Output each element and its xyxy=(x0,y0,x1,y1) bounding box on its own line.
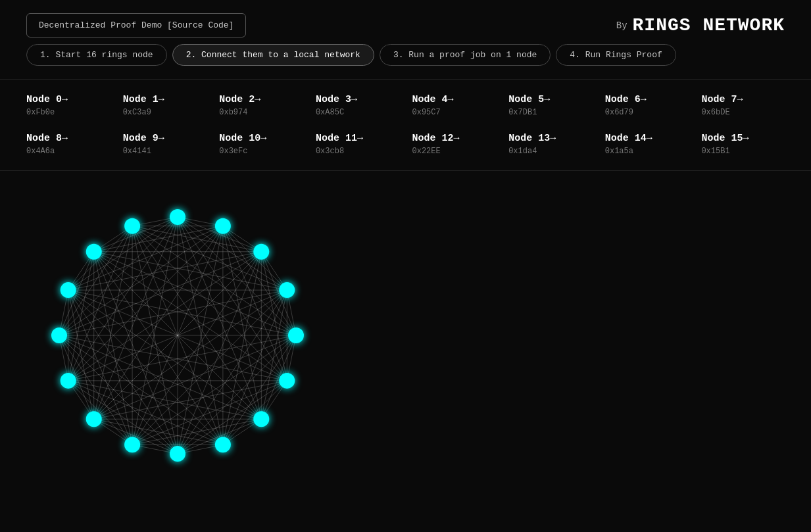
node-addr-11: 0x3cb8 xyxy=(316,147,399,156)
node-label-15[interactable]: Node 15→ xyxy=(701,133,785,144)
node-label-10[interactable]: Node 10→ xyxy=(219,133,303,144)
node-label-6[interactable]: Node 6→ xyxy=(605,94,689,105)
node-cell-1: Node 1→0xC3a9 xyxy=(116,86,213,125)
node-addr-2: 0xb974 xyxy=(219,108,303,117)
network-node-14[interactable] xyxy=(86,244,102,260)
node-addr-4: 0x95C7 xyxy=(412,108,496,117)
node-addr-14: 0x1a5a xyxy=(605,147,689,156)
network-canvas xyxy=(26,184,329,487)
network-node-5[interactable] xyxy=(279,373,295,389)
brand-section: By RINGS NETWORK xyxy=(616,15,785,36)
network-node-3[interactable] xyxy=(279,282,295,298)
node-addr-5: 0x7DB1 xyxy=(508,108,592,117)
node-cell-12: Node 12→0x22EE xyxy=(406,125,503,164)
header: Decentralized Proof Demo [Source Code] B… xyxy=(0,0,811,44)
node-addr-6: 0x6d79 xyxy=(605,108,689,117)
node-cell-8: Node 8→0x4A6a xyxy=(20,125,116,164)
network-line-4-14 xyxy=(94,252,296,335)
node-cell-15: Node 15→0x15B1 xyxy=(695,125,791,164)
node-label-8[interactable]: Node 8→ xyxy=(26,133,110,144)
node-cell-3: Node 3→0xA85C xyxy=(309,86,406,125)
node-addr-15: 0x15B1 xyxy=(701,147,785,156)
node-cell-11: Node 11→0x3cb8 xyxy=(309,125,406,164)
node-label-9[interactable]: Node 9→ xyxy=(123,133,207,144)
network-node-1[interactable] xyxy=(215,218,231,234)
node-label-2[interactable]: Node 2→ xyxy=(219,94,303,105)
by-label: By xyxy=(616,20,627,31)
node-cell-5: Node 5→0x7DB1 xyxy=(502,86,599,125)
source-badge[interactable]: Decentralized Proof Demo [Source Code] xyxy=(26,13,246,37)
network-node-11[interactable] xyxy=(61,373,76,389)
node-label-13[interactable]: Node 13→ xyxy=(508,133,592,144)
node-cell-10: Node 10→0x3eFc xyxy=(212,125,309,164)
network-node-10[interactable] xyxy=(86,411,102,427)
node-cell-6: Node 6→0x6d79 xyxy=(599,86,695,125)
network-node-13[interactable] xyxy=(61,282,76,298)
node-cell-14: Node 14→0x1a5a xyxy=(599,125,695,164)
network-line-6-12 xyxy=(59,335,261,419)
network-node-4[interactable] xyxy=(288,327,304,343)
node-label-0[interactable]: Node 0→ xyxy=(26,94,110,105)
network-node-6[interactable] xyxy=(253,411,269,427)
node-label-11[interactable]: Node 11→ xyxy=(316,133,399,144)
node-cell-0: Node 0→0xFb0e xyxy=(20,86,116,125)
network-node-8[interactable] xyxy=(170,446,185,462)
nodes-grid: Node 0→0xFb0eNode 1→0xC3a9Node 2→0xb974N… xyxy=(0,79,811,171)
node-cell-9: Node 9→0x4141 xyxy=(116,125,213,164)
node-label-4[interactable]: Node 4→ xyxy=(412,94,496,105)
node-addr-3: 0xA85C xyxy=(316,108,399,117)
node-cell-4: Node 4→0x95C7 xyxy=(406,86,503,125)
node-addr-0: 0xFb0e xyxy=(26,108,110,117)
source-label: Decentralized Proof Demo [Source Code] xyxy=(39,20,233,30)
node-label-7[interactable]: Node 7→ xyxy=(701,94,785,105)
steps-bar: 1. Start 16 rings node2. Connect them to… xyxy=(0,44,811,79)
network-node-7[interactable] xyxy=(215,437,231,452)
node-label-14[interactable]: Node 14→ xyxy=(605,133,689,144)
node-addr-10: 0x3eFc xyxy=(219,147,303,156)
network-node-0[interactable] xyxy=(170,209,185,225)
network-viz xyxy=(0,171,811,500)
network-node-9[interactable] xyxy=(124,437,140,452)
brand-name: RINGS NETWORK xyxy=(633,15,785,36)
node-label-5[interactable]: Node 5→ xyxy=(508,94,592,105)
node-addr-7: 0x6bDE xyxy=(701,108,785,117)
network-line-8-14 xyxy=(94,252,178,454)
step-btn-4[interactable]: 4. Run Rings Proof xyxy=(556,44,676,66)
node-addr-8: 0x4A6a xyxy=(26,147,110,156)
node-addr-12: 0x22EE xyxy=(412,147,496,156)
network-svg xyxy=(26,184,329,487)
step-btn-1[interactable]: 1. Start 16 rings node xyxy=(26,44,167,66)
step-btn-2[interactable]: 2. Connect them to a local network xyxy=(172,44,374,66)
network-node-15[interactable] xyxy=(124,218,140,234)
node-cell-7: Node 7→0x6bDE xyxy=(695,86,791,125)
network-node-2[interactable] xyxy=(253,244,269,260)
node-addr-1: 0xC3a9 xyxy=(123,108,207,117)
step-btn-3[interactable]: 3. Run a proof job on 1 node xyxy=(380,44,551,66)
network-node-12[interactable] xyxy=(51,327,67,343)
node-cell-13: Node 13→0x1da4 xyxy=(502,125,599,164)
node-addr-13: 0x1da4 xyxy=(508,147,592,156)
node-addr-9: 0x4141 xyxy=(123,147,207,156)
node-cell-2: Node 2→0xb974 xyxy=(212,86,309,125)
node-label-1[interactable]: Node 1→ xyxy=(123,94,207,105)
node-label-3[interactable]: Node 3→ xyxy=(316,94,399,105)
node-label-12[interactable]: Node 12→ xyxy=(412,133,496,144)
